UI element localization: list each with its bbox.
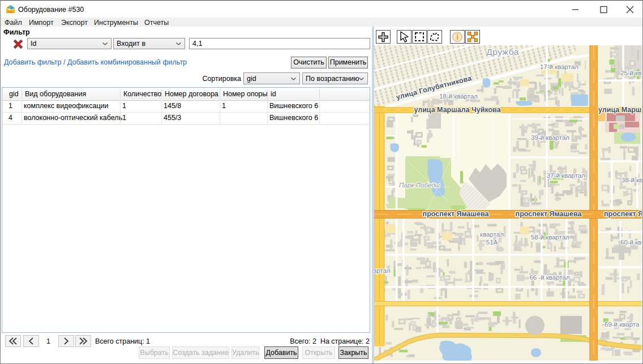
svg-text:проспект Ямашева: проспект Ямашева [516, 210, 582, 218]
svg-text:артал: артал [374, 267, 391, 274]
svg-text:Парк Победы: Парк Победы [399, 182, 440, 189]
svg-text:37-й квартал: 37-й квартал [547, 172, 585, 179]
svg-text:проспект Я: проспект Я [604, 210, 642, 218]
svg-text:51А: 51А [486, 239, 498, 246]
svg-text:25-й кв: 25-й кв [620, 70, 641, 76]
svg-text:улица Маршала Чуйкова: улица Маршала Чуйкова [414, 106, 501, 114]
svg-text:17-й квартал: 17-й квартал [540, 63, 578, 70]
svg-text:66 -й квартал: 66 -й квартал [529, 274, 569, 281]
svg-text:58-й квартал: 58-й квартал [531, 234, 569, 241]
svg-text:38-й кв: 38-й кв [621, 177, 642, 183]
svg-text:улица Марш: улица Марш [598, 106, 641, 114]
svg-text:39-й квартал: 39-й квартал [531, 134, 569, 141]
svg-text:проспект Ямашева: проспект Ямашева [423, 210, 490, 218]
svg-text:60-й кв: 60-й кв [620, 239, 641, 246]
svg-text:квартал: квартал [480, 231, 504, 238]
svg-text:69-й кварта: 69-й кварта [605, 321, 640, 328]
svg-text:18-й квартал: 18-й квартал [439, 93, 478, 100]
svg-text:Дружба: Дружба [486, 47, 519, 57]
